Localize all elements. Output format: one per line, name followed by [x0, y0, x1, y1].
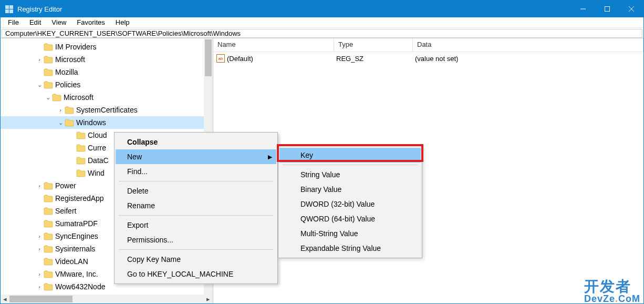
- tree-item[interactable]: ⌄Microsoft: [1, 91, 213, 104]
- ctx-rename[interactable]: Rename: [116, 198, 276, 213]
- tree-item-label: VMware, Inc.: [55, 268, 98, 280]
- context-menu: Collapse New▶ Find... Delete Rename Expo…: [114, 132, 278, 284]
- tree-item[interactable]: ⌄Policies: [1, 78, 213, 91]
- collapse-icon[interactable]: ⌄: [35, 78, 44, 91]
- watermark: 开发者 DevZe.CoM: [584, 279, 640, 303]
- ctx-collapse[interactable]: Collapse: [116, 135, 276, 149]
- folder-icon: [76, 157, 86, 165]
- sub-dword-value[interactable]: DWORD (32-bit) Value: [279, 197, 421, 211]
- title-bar: Registry Editor: [1, 1, 643, 17]
- tree-scrollbar-horizontal[interactable]: ◂ ▸: [1, 295, 213, 303]
- scroll-thumb[interactable]: [205, 39, 212, 76]
- menu-file[interactable]: File: [4, 17, 23, 27]
- minimize-button[interactable]: [571, 1, 595, 17]
- ctx-find[interactable]: Find...: [116, 164, 276, 179]
- expand-icon[interactable]: ›: [35, 179, 44, 192]
- tree-item-label: RegisteredApp: [55, 192, 104, 205]
- tree-item-label: VideoLAN: [55, 255, 88, 268]
- tree-item[interactable]: IM Providers: [1, 40, 213, 53]
- ctx-copy-key-name[interactable]: Copy Key Name: [116, 252, 276, 267]
- collapse-icon[interactable]: ⌄: [56, 116, 65, 129]
- scroll-right-button[interactable]: ▸: [204, 295, 213, 303]
- ctx-goto-hklm[interactable]: Go to HKEY_LOCAL_MACHINE: [116, 267, 276, 281]
- tree-item-label: Windows: [76, 116, 106, 129]
- watermark-cn: 开发者: [584, 279, 640, 294]
- tree-item-label: Seifert: [55, 205, 76, 217]
- tree-item[interactable]: ⌄Windows: [1, 116, 213, 129]
- close-button[interactable]: [619, 1, 643, 17]
- tree-item-label: Power: [55, 179, 76, 192]
- sub-binary-value[interactable]: Binary Value: [279, 182, 421, 197]
- menu-bar: File Edit View Favorites Help: [1, 17, 643, 28]
- folder-icon: [44, 182, 53, 190]
- expand-icon[interactable]: ›: [56, 104, 65, 116]
- scroll-thumb-h[interactable]: [9, 296, 72, 302]
- tree-item-label: Microsoft: [55, 53, 85, 66]
- folder-icon: [44, 220, 53, 228]
- address-bar[interactable]: Computer\HKEY_CURRENT_USER\SOFTWARE\Poli…: [2, 29, 642, 38]
- expand-icon[interactable]: ›: [35, 53, 44, 66]
- tree-item[interactable]: ›SystemCertificates: [1, 104, 213, 116]
- collapse-icon[interactable]: ⌄: [44, 91, 52, 104]
- submenu-new: Key String Value Binary Value DWORD (32-…: [278, 145, 422, 258]
- tree-item-label: IM Providers: [55, 40, 97, 53]
- sub-key[interactable]: Key: [279, 148, 421, 163]
- maximize-button[interactable]: [595, 1, 619, 17]
- sub-string-value[interactable]: String Value: [279, 167, 421, 182]
- tree-item-label: Wow6432Node: [55, 280, 105, 293]
- window-title: Registry Editor: [17, 5, 571, 13]
- cell-name: (Default): [227, 55, 336, 63]
- list-row[interactable]: ab (Default) REG_SZ (value not set): [213, 52, 643, 65]
- expand-icon[interactable]: ›: [35, 242, 44, 255]
- ctx-export[interactable]: Export: [116, 218, 276, 232]
- expand-icon[interactable]: ›: [35, 268, 44, 280]
- sub-qword-value[interactable]: QWORD (64-bit) Value: [279, 211, 421, 226]
- folder-icon: [44, 56, 53, 64]
- separator: [119, 215, 273, 216]
- tree-item[interactable]: ›Microsoft: [1, 53, 213, 66]
- window-controls: [571, 1, 643, 17]
- folder-icon: [44, 283, 53, 291]
- ctx-delete[interactable]: Delete: [116, 184, 276, 198]
- folder-icon: [44, 245, 53, 253]
- cell-data: (value not set): [415, 55, 640, 63]
- folder-icon: [44, 43, 53, 51]
- tree-item-label: Cloud: [88, 129, 107, 141]
- col-type[interactable]: Type: [334, 38, 413, 52]
- window: Registry Editor File Edit View Favorites…: [0, 0, 644, 304]
- tree-item[interactable]: Mozilla: [1, 66, 213, 78]
- submenu-arrow-icon: ▶: [268, 154, 272, 160]
- folder-icon: [44, 68, 53, 76]
- folder-icon: [44, 258, 53, 266]
- folder-icon: [44, 270, 53, 278]
- ctx-permissions[interactable]: Permissions...: [116, 232, 276, 247]
- tree-item-label: SumatraPDF: [55, 217, 98, 230]
- sub-expandable-string[interactable]: Expandable String Value: [279, 241, 421, 256]
- expand-icon[interactable]: ›: [35, 230, 44, 242]
- tree-item-label: Microsoft: [64, 91, 94, 104]
- scroll-left-button[interactable]: ◂: [1, 295, 9, 303]
- tree-item-label: Wind: [88, 167, 105, 179]
- app-icon: [5, 5, 13, 13]
- menu-view[interactable]: View: [47, 17, 70, 27]
- menu-edit[interactable]: Edit: [25, 17, 45, 27]
- scroll-track[interactable]: [9, 295, 204, 303]
- watermark-en: DevZe.CoM: [584, 294, 640, 303]
- tree-item-label: Mozilla: [55, 66, 78, 78]
- address-path: Computer\HKEY_CURRENT_USER\SOFTWARE\Poli…: [5, 29, 241, 37]
- separator: [119, 181, 273, 181]
- folder-icon: [65, 106, 74, 114]
- ctx-new[interactable]: New▶: [116, 149, 276, 164]
- sub-multi-string[interactable]: Multi-String Value: [279, 226, 421, 241]
- expand-icon[interactable]: ›: [35, 280, 44, 293]
- col-data[interactable]: Data: [413, 38, 643, 52]
- tree-item-label: SystemCertificates: [76, 104, 138, 116]
- menu-favorites[interactable]: Favorites: [72, 17, 109, 27]
- string-value-icon: ab: [216, 54, 225, 63]
- col-name[interactable]: Name: [213, 38, 334, 52]
- menu-help[interactable]: Help: [111, 17, 134, 27]
- folder-icon: [44, 207, 53, 215]
- folder-icon: [52, 94, 61, 102]
- folder-icon: [44, 195, 53, 202]
- folder-icon: [44, 232, 53, 240]
